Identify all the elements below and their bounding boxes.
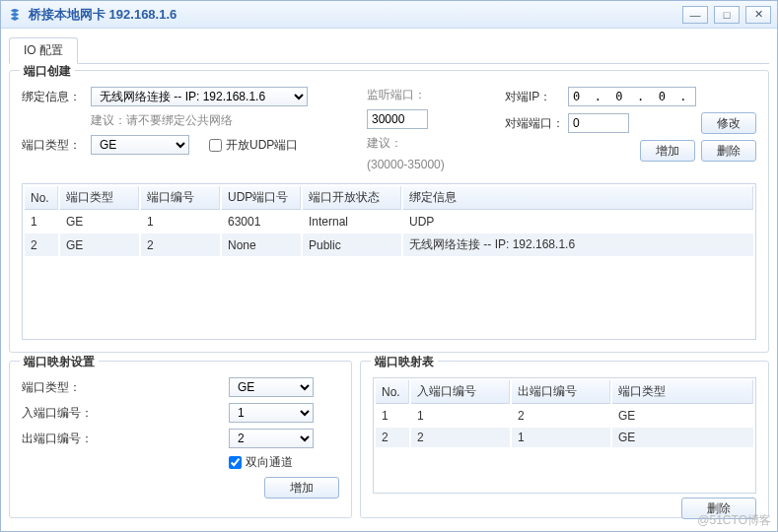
table-row[interactable]: 112GE — [376, 406, 753, 426]
peer-ip-label: 对端IP： — [505, 89, 568, 105]
minimize-button[interactable]: — — [682, 6, 708, 24]
port-map-table[interactable]: No. 入端口编号 出端口编号 端口类型 112GE 221GE — [373, 377, 756, 494]
group-map-table: 端口映射表 No. 入端口编号 出端口编号 端口类型 112GE 221GE — [360, 361, 769, 518]
group-port-create: 端口创建 绑定信息： 无线网络连接 -- IP: 192.168.1.6 建议：… — [9, 70, 769, 353]
listen-port-input[interactable] — [367, 109, 428, 129]
add-button[interactable]: 增加 — [640, 140, 695, 162]
port-type-label: 端口类型： — [22, 137, 91, 154]
map-out-label: 出端口编号： — [22, 431, 110, 447]
listen-hint-a: 建议： — [367, 135, 402, 152]
window-title: 桥接本地网卡 192.168.1.6 — [29, 6, 177, 24]
tab-io-config[interactable]: IO 配置 — [9, 37, 78, 64]
app-icon — [7, 7, 23, 23]
bind-info-select[interactable]: 无线网络连接 -- IP: 192.168.1.6 — [91, 87, 308, 106]
peer-port-input[interactable] — [568, 113, 629, 133]
legend-port-create: 端口创建 — [20, 63, 75, 80]
watermark: @51CTO博客 — [697, 512, 771, 529]
legend-map-settings: 端口映射设置 — [20, 354, 99, 370]
modify-button[interactable]: 修改 — [701, 112, 756, 134]
group-map-settings: 端口映射设置 端口类型：GE 入端口编号：1 出端口编号：2 双向通道 增加 — [9, 361, 352, 518]
maximize-button[interactable]: □ — [714, 6, 740, 24]
port-create-table[interactable]: No. 端口类型 端口编号 UDP端口号 端口开放状态 绑定信息 1GE1630… — [22, 183, 756, 340]
listen-port-label: 监听端口： — [367, 87, 428, 103]
map-in-select[interactable]: 1 — [229, 403, 314, 423]
map-add-button[interactable]: 增加 — [264, 477, 339, 499]
tab-strip: IO 配置 — [9, 36, 769, 64]
map-type-label: 端口类型： — [22, 379, 110, 396]
table-row[interactable]: 1GE163001InternalUDP — [25, 212, 753, 232]
table-row[interactable]: 221GE — [376, 428, 753, 447]
delete-button[interactable]: 删除 — [701, 140, 756, 162]
bind-info-label: 绑定信息： — [22, 89, 91, 105]
port-type-select[interactable]: GE — [91, 135, 189, 155]
open-udp-checkbox[interactable]: 开放UDP端口 — [209, 137, 298, 154]
window-controls: — □ ✕ — [682, 6, 771, 24]
map-in-label: 入端口编号： — [22, 405, 110, 422]
titlebar: 桥接本地网卡 192.168.1.6 — □ ✕ — [1, 1, 777, 29]
legend-map-table: 端口映射表 — [371, 354, 438, 370]
map-type-select[interactable]: GE — [229, 377, 314, 397]
peer-port-label: 对端端口： — [505, 115, 568, 132]
bind-hint: 建议：请不要绑定公共网络 — [91, 112, 233, 129]
close-button[interactable]: ✕ — [745, 6, 771, 24]
listen-hint-b: (30000-35000) — [367, 158, 445, 171]
table-row[interactable]: 2GE2NonePublic无线网络连接 -- IP: 192.168.1.6 — [25, 233, 753, 256]
map-out-select[interactable]: 2 — [229, 429, 314, 448]
app-window: 桥接本地网卡 192.168.1.6 — □ ✕ IO 配置 端口创建 绑定信息… — [0, 0, 778, 532]
peer-ip-input[interactable] — [568, 87, 696, 106]
bidirectional-checkbox[interactable]: 双向通道 — [229, 454, 293, 471]
